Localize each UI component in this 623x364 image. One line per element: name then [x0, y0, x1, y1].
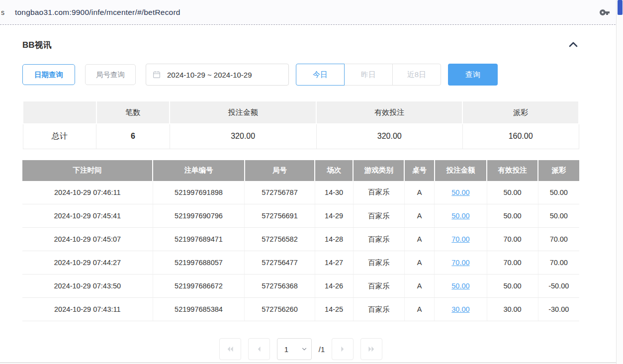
- pagination: 1 /1: [22, 338, 579, 360]
- summary-payout-value: 160.00: [462, 124, 579, 149]
- summary-count-value: 6: [96, 124, 170, 149]
- valid-cell: 50.00: [487, 181, 538, 204]
- summary-table: 笔数 投注金额 有效投注 派彩 总计 6 320.00 320.00 160.0…: [22, 100, 579, 149]
- summary-header-valid: 有效投注: [316, 101, 462, 124]
- page-total-label: /1: [319, 345, 325, 354]
- table-no-cell: A: [404, 298, 434, 321]
- time-cell: 2024-10-29 07:43:11: [22, 298, 153, 321]
- address-bar: s tongbao31.com:9900/infe/mcenter/#/betR…: [0, 0, 623, 25]
- game-cell: 百家乐: [353, 204, 404, 228]
- collapse-chevron-up-icon[interactable]: [567, 39, 579, 51]
- col-header-round: 局号: [245, 160, 315, 181]
- bet-amount-link[interactable]: 70.00: [451, 259, 469, 267]
- bet-amount-link[interactable]: 70.00: [451, 235, 469, 243]
- panel-header: BB视讯: [22, 39, 579, 51]
- quick-range-group: 今日 昨日 近8日: [296, 64, 441, 86]
- payout-cell: 70.00: [538, 228, 579, 251]
- bet-amount-link[interactable]: 30.00: [451, 305, 469, 313]
- time-cell: 2024-10-29 07:44:27: [22, 251, 153, 274]
- first-page-button[interactable]: [219, 338, 241, 360]
- session-cell: 14-25: [315, 298, 353, 321]
- bet-cell: 70.00: [435, 228, 487, 251]
- next-page-button[interactable]: [332, 338, 354, 360]
- payout-cell: 50.00: [538, 181, 579, 204]
- session-cell: 14-30: [315, 181, 353, 204]
- round-query-tab[interactable]: 局号查询: [85, 64, 136, 85]
- session-cell: 14-28: [315, 228, 353, 251]
- col-header-table: 桌号: [404, 160, 434, 181]
- valid-cell: 50.00: [487, 204, 538, 228]
- vertical-scrollbar[interactable]: [616, 0, 623, 364]
- game-cell: 百家乐: [353, 181, 404, 204]
- calendar-icon: [152, 70, 161, 79]
- game-cell: 百家乐: [353, 298, 404, 321]
- col-header-order: 注单编号: [153, 160, 245, 181]
- date-query-tab[interactable]: 日期查询: [22, 64, 75, 85]
- time-cell: 2024-10-29 07:45:41: [22, 204, 153, 228]
- summary-total-label: 总计: [23, 124, 96, 149]
- table-no-cell: A: [404, 204, 434, 228]
- col-header-game: 游戏类别: [353, 160, 404, 181]
- summary-valid-value: 320.00: [316, 124, 462, 149]
- double-chevron-left-icon: [226, 345, 235, 354]
- round-cell: 572756691: [245, 204, 315, 228]
- session-cell: 14-26: [315, 274, 353, 298]
- bet-amount-link[interactable]: 50.00: [451, 212, 469, 220]
- order-cell: 521997689471: [153, 228, 245, 251]
- table-row: 2024-10-29 07:45:41 521997690796 5727566…: [22, 204, 579, 228]
- filter-row: 日期查询 局号查询 今日 昨日 近8日 查询: [22, 64, 579, 86]
- valid-cell: 30.00: [487, 298, 538, 321]
- search-button[interactable]: 查询: [448, 64, 498, 86]
- round-cell: 572756368: [245, 274, 315, 298]
- bet-cell: 50.00: [435, 204, 487, 228]
- date-range-input[interactable]: [167, 71, 282, 79]
- col-header-session: 场次: [315, 160, 353, 181]
- order-cell: 521997688057: [153, 251, 245, 274]
- prev-page-button[interactable]: [248, 338, 270, 360]
- password-key-icon[interactable]: [599, 6, 611, 18]
- vertical-scrollbar-thumb[interactable]: [618, 0, 623, 15]
- bet-records-table: 下注时间 注单编号 局号 场次 游戏类别 桌号 投注金额 有效投注 派彩 202…: [22, 160, 579, 322]
- order-cell: 521997691898: [153, 181, 245, 204]
- valid-cell: 70.00: [487, 228, 538, 251]
- table-no-cell: A: [404, 251, 434, 274]
- page-title: BB视讯: [22, 39, 52, 51]
- time-cell: 2024-10-29 07:45:07: [22, 228, 153, 251]
- bet-cell: 30.00: [435, 298, 487, 321]
- time-cell: 2024-10-29 07:46:11: [22, 181, 153, 204]
- bet-amount-link[interactable]: 50.00: [451, 282, 469, 290]
- col-header-valid: 有效投注: [487, 160, 538, 181]
- summary-header-count: 笔数: [96, 101, 170, 124]
- summary-header-bet: 投注金额: [170, 101, 316, 124]
- clipped-favicon: s: [1, 8, 7, 16]
- summary-bet-value: 320.00: [170, 124, 316, 149]
- last-8-days-button[interactable]: 近8日: [392, 64, 441, 86]
- summary-header-payout: 派彩: [462, 101, 579, 124]
- chevron-left-icon: [255, 345, 264, 354]
- bet-amount-link[interactable]: 50.00: [451, 188, 469, 196]
- page-select-wrap: 1: [277, 338, 312, 360]
- time-cell: 2024-10-29 07:43:50: [22, 274, 153, 298]
- today-button[interactable]: 今日: [296, 64, 345, 86]
- order-cell: 521997690796: [153, 204, 245, 228]
- game-cell: 百家乐: [353, 228, 404, 251]
- session-cell: 14-29: [315, 204, 353, 228]
- last-page-button[interactable]: [360, 338, 382, 360]
- url-text[interactable]: tongbao31.com:9900/infe/mcenter/#/betRec…: [15, 8, 180, 17]
- bet-cell: 50.00: [435, 181, 487, 204]
- round-cell: 572756260: [245, 298, 315, 321]
- date-range-picker[interactable]: [146, 64, 289, 86]
- game-cell: 百家乐: [353, 274, 404, 298]
- yesterday-button[interactable]: 昨日: [344, 64, 393, 86]
- session-cell: 14-27: [315, 251, 353, 274]
- valid-cell: 70.00: [487, 251, 538, 274]
- order-cell: 521997686672: [153, 274, 245, 298]
- table-row: 2024-10-29 07:46:11 521997691898 5727567…: [22, 181, 579, 204]
- game-cell: 百家乐: [353, 251, 404, 274]
- bet-record-panel: BB视讯 日期查询 局号查询 今日 昨日 近8日 查询: [0, 39, 579, 360]
- page-select[interactable]: 1: [277, 339, 311, 360]
- round-cell: 572756477: [245, 251, 315, 274]
- table-row: 2024-10-29 07:45:07 521997689471 5727565…: [22, 228, 579, 251]
- valid-cell: 50.00: [487, 274, 538, 298]
- table-row: 2024-10-29 07:44:27 521997688057 5727564…: [22, 251, 579, 274]
